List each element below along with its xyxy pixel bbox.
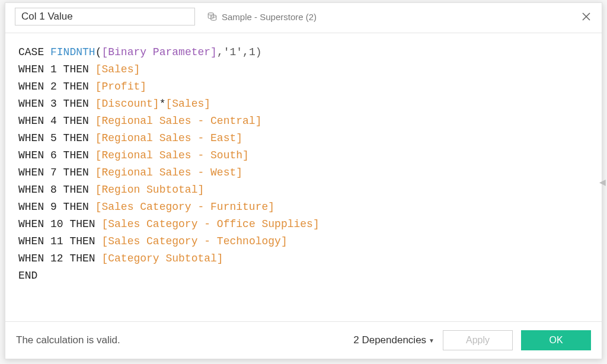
datasource-icon [207, 11, 218, 22]
dialog-footer: The calculation is valid. 2 Dependencies… [5, 321, 602, 359]
ok-button[interactable]: OK [521, 330, 591, 350]
dialog-header: Sample - Superstore (2) [5, 3, 602, 33]
validation-status: The calculation is valid. [16, 334, 120, 346]
svg-point-0 [208, 13, 213, 15]
dependencies-dropdown[interactable]: 2 Dependencies ▼ [353, 334, 435, 346]
caret-down-icon: ▼ [429, 337, 435, 344]
calc-name-input[interactable] [15, 8, 195, 25]
close-button[interactable] [580, 11, 592, 23]
expand-handle[interactable]: ◀ [598, 175, 607, 189]
datasource-selector[interactable]: Sample - Superstore (2) [207, 11, 317, 22]
dependencies-label: 2 Dependencies [353, 334, 426, 346]
apply-button: Apply [443, 330, 513, 350]
calculated-field-dialog: Sample - Superstore (2) CASE FINDNTH([Bi… [5, 2, 602, 359]
formula-editor[interactable]: CASE FINDNTH([Binary Parameter],'1',1) W… [5, 33, 602, 321]
datasource-label: Sample - Superstore (2) [222, 12, 317, 22]
